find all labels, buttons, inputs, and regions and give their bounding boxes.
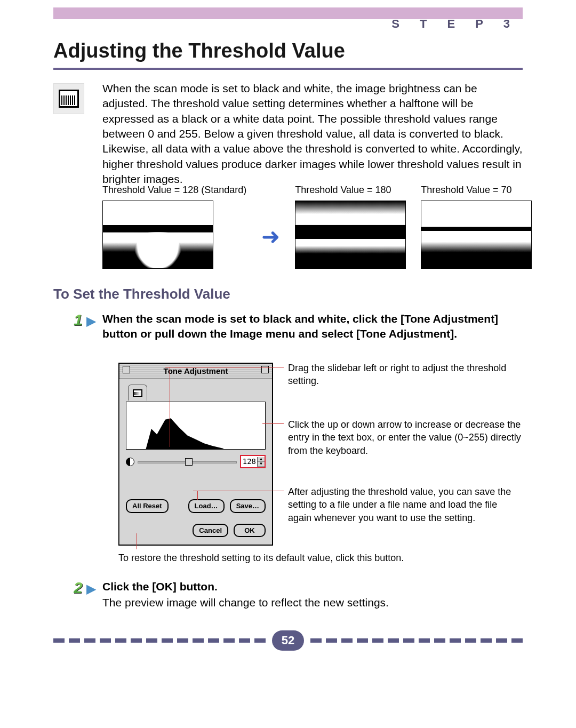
step-1-number: 1 (74, 309, 83, 331)
ok-button[interactable]: OK (234, 524, 266, 538)
callout-line (137, 533, 137, 549)
example-128: Threshold Value = 128 (Standard) (102, 183, 246, 269)
load-button[interactable]: Load… (188, 499, 225, 513)
example-image (421, 201, 532, 269)
threshold-slider[interactable] (138, 458, 237, 466)
spinner-down-icon[interactable]: ▼ (258, 462, 265, 467)
example-label: Threshold Value = 70 (421, 183, 532, 196)
threshold-value-field[interactable]: 128 ▲ ▼ (240, 455, 266, 468)
threshold-tab[interactable] (128, 385, 147, 401)
example-180: Threshold Value = 180 (295, 183, 406, 269)
value-spinner[interactable]: ▲ ▼ (257, 457, 265, 467)
contrast-icon (126, 458, 134, 466)
dialog-titlebar: Tone Adjustment (119, 364, 272, 379)
histogram-display (126, 402, 266, 450)
dialog-screenshot: Tone Adjustment 128 ▲ ▼ (118, 363, 273, 546)
step-arrow-icon: ▶ (86, 313, 96, 330)
slider-thumb[interactable] (185, 458, 193, 466)
cancel-button[interactable]: Cancel (193, 524, 228, 538)
step-2-number: 2 (74, 577, 83, 599)
example-image (295, 201, 406, 269)
example-70: Threshold Value = 70 (421, 183, 532, 269)
example-row: Threshold Value = 128 (Standard) ➜ Thres… (102, 183, 523, 269)
page-title: Adjusting the Threshold Value (53, 37, 523, 70)
threshold-value[interactable]: 128 (241, 456, 257, 467)
callout-reset: To restore the threshold setting to its … (118, 551, 523, 564)
arrow-right-icon: ➜ (261, 222, 280, 252)
step-2-text: The preview image will change to reflect… (102, 595, 523, 610)
callout-spinner: Click the up or down arrow to increase o… (288, 418, 523, 457)
section-subtitle: To Set the Threshold Value (53, 285, 230, 303)
example-label: Threshold Value = 180 (295, 183, 406, 196)
step-arrow-icon: ▶ (86, 580, 96, 597)
example-image (102, 201, 213, 269)
step-2-heading: Click the [OK] button. (102, 579, 218, 594)
step-1-text: When the scan mode is set to black and w… (102, 311, 523, 342)
page-number: 52 (272, 630, 304, 651)
page-footer: 52 (53, 630, 523, 651)
step-label: S T E P 3 (391, 16, 518, 32)
all-reset-button[interactable]: All Reset (126, 499, 169, 513)
callout-save: After adjusting the threshold value, you… (288, 485, 523, 524)
histogram-icon (133, 389, 142, 397)
intro-paragraph: When the scan mode is set to black and w… (102, 81, 523, 187)
example-label: Threshold Value = 128 (Standard) (102, 183, 246, 196)
save-button[interactable]: Save… (230, 499, 266, 513)
callout-slider: Drag the slidebar left or right to adjus… (288, 362, 523, 388)
close-icon[interactable] (123, 366, 130, 373)
threshold-icon (53, 83, 84, 114)
dialog-title-text: Tone Adjustment (164, 366, 228, 375)
